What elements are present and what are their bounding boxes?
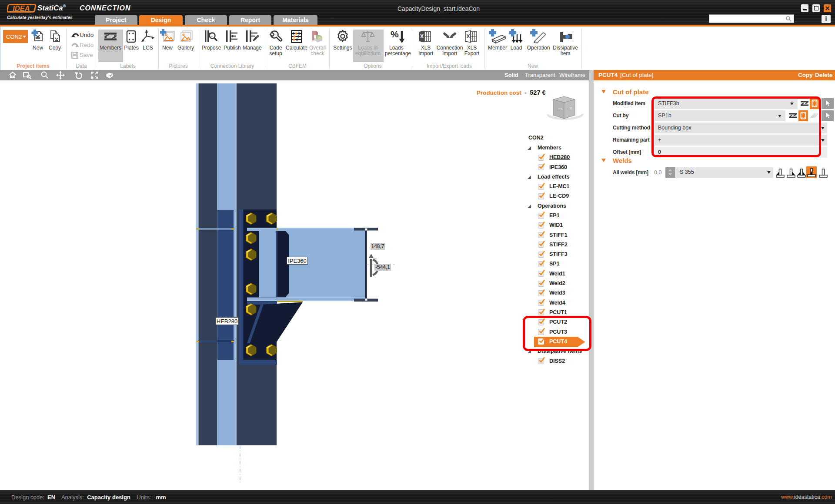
svg-text:IDEA: IDEA — [13, 4, 30, 12]
svg-text:X: X — [420, 33, 424, 40]
svg-text:X: X — [467, 33, 470, 40]
svg-text:%: % — [391, 29, 399, 39]
svg-text:-X: -X — [568, 106, 572, 110]
svg-text:+Y: +Y — [558, 107, 563, 111]
